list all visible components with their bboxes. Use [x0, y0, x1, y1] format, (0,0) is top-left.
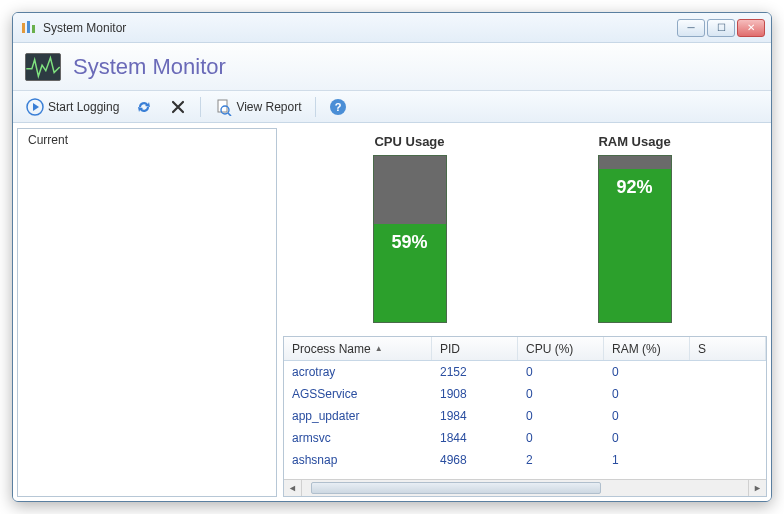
- cpu-gauge: CPU Usage 59%: [373, 134, 447, 324]
- play-icon: [26, 98, 44, 116]
- svg-marker-5: [33, 103, 39, 111]
- cell-ram: 0: [604, 365, 690, 379]
- cell-pid: 1984: [432, 409, 518, 423]
- col-label: RAM (%): [612, 342, 661, 356]
- table-row[interactable]: armsvc184400: [284, 427, 766, 449]
- svg-rect-0: [22, 23, 25, 33]
- gauges-row: CPU Usage 59% RAM Usage 92%: [277, 128, 767, 336]
- view-report-button[interactable]: View Report: [207, 95, 308, 119]
- cell-ram: 0: [604, 431, 690, 445]
- process-table: Process Name ▲ PID CPU (%) RAM (%) S: [283, 336, 767, 497]
- col-label: CPU (%): [526, 342, 573, 356]
- cell-name: armsvc: [284, 431, 432, 445]
- cell-ram: 1: [604, 453, 690, 467]
- refresh-button[interactable]: [128, 95, 160, 119]
- app-title: System Monitor: [73, 54, 226, 80]
- monitor-logo-icon: [25, 53, 61, 81]
- sort-asc-icon: ▲: [375, 344, 383, 353]
- toolbar-separator: [315, 97, 316, 117]
- cpu-bar: 59%: [373, 155, 447, 323]
- col-label: Process Name: [292, 342, 371, 356]
- col-extra[interactable]: S: [690, 337, 766, 360]
- table-body[interactable]: acrotray215200AGSService190800app_update…: [284, 361, 766, 479]
- cell-cpu: 2: [518, 453, 604, 467]
- view-report-label: View Report: [236, 100, 301, 114]
- scroll-left-icon[interactable]: ◄: [284, 480, 301, 496]
- cell-ram: 0: [604, 409, 690, 423]
- cell-pid: 1908: [432, 387, 518, 401]
- cpu-bar-fill: 59%: [374, 224, 446, 322]
- cpu-gauge-label: CPU Usage: [374, 134, 444, 149]
- minimize-button[interactable]: ─: [677, 19, 705, 37]
- cell-cpu: 0: [518, 365, 604, 379]
- cell-ram: 0: [604, 387, 690, 401]
- svg-line-8: [228, 113, 231, 116]
- col-cpu[interactable]: CPU (%): [518, 337, 604, 360]
- close-button[interactable]: ✕: [737, 19, 765, 37]
- table-row[interactable]: AGSService190800: [284, 383, 766, 405]
- col-ram[interactable]: RAM (%): [604, 337, 690, 360]
- cell-pid: 4968: [432, 453, 518, 467]
- window-controls: ─ ☐ ✕: [677, 19, 765, 37]
- col-label: S: [698, 342, 706, 356]
- delete-button[interactable]: [162, 95, 194, 119]
- ram-gauge-label: RAM Usage: [598, 134, 670, 149]
- ram-bar-fill: 92%: [599, 169, 671, 322]
- table-row[interactable]: ashsnap496821: [284, 449, 766, 471]
- main-panel: CPU Usage 59% RAM Usage 92%: [277, 128, 767, 497]
- col-pid[interactable]: PID: [432, 337, 518, 360]
- table-row[interactable]: app_updater198400: [284, 405, 766, 427]
- app-icon: [21, 20, 37, 36]
- start-logging-button[interactable]: Start Logging: [19, 95, 126, 119]
- toolbar: Start Logging View Report ?: [13, 91, 771, 123]
- cell-pid: 1844: [432, 431, 518, 445]
- cell-cpu: 0: [518, 409, 604, 423]
- cell-name: ashsnap: [284, 453, 432, 467]
- ram-gauge: RAM Usage 92%: [598, 134, 672, 324]
- refresh-icon: [135, 98, 153, 116]
- col-process-name[interactable]: Process Name ▲: [284, 337, 432, 360]
- cell-cpu: 0: [518, 387, 604, 401]
- table-row[interactable]: acrotray215200: [284, 361, 766, 383]
- sidebar: Current: [17, 128, 277, 497]
- header-banner: System Monitor: [13, 43, 771, 91]
- help-button[interactable]: ?: [322, 95, 354, 119]
- scroll-thumb[interactable]: [311, 482, 601, 494]
- scroll-right-icon[interactable]: ►: [749, 480, 766, 496]
- svg-rect-2: [32, 25, 35, 33]
- delete-icon: [169, 98, 187, 116]
- cell-name: acrotray: [284, 365, 432, 379]
- cpu-value: 59%: [391, 232, 427, 253]
- sidebar-item-label: Current: [28, 133, 68, 147]
- ram-bar: 92%: [598, 155, 672, 323]
- table-header: Process Name ▲ PID CPU (%) RAM (%) S: [284, 337, 766, 361]
- report-icon: [214, 98, 232, 116]
- ram-value: 92%: [616, 177, 652, 198]
- cell-pid: 2152: [432, 365, 518, 379]
- content-area: Current CPU Usage 59% RAM Usage: [13, 123, 771, 501]
- cell-name: app_updater: [284, 409, 432, 423]
- horizontal-scrollbar[interactable]: ◄ ►: [284, 479, 766, 496]
- titlebar[interactable]: System Monitor ─ ☐ ✕: [13, 13, 771, 43]
- col-label: PID: [440, 342, 460, 356]
- svg-text:?: ?: [334, 101, 341, 113]
- maximize-button[interactable]: ☐: [707, 19, 735, 37]
- sidebar-item-current[interactable]: Current: [18, 129, 276, 151]
- app-window: System Monitor ─ ☐ ✕ System Monitor Star…: [12, 12, 772, 502]
- svg-rect-1: [27, 21, 30, 33]
- cell-cpu: 0: [518, 431, 604, 445]
- cell-name: AGSService: [284, 387, 432, 401]
- window-title: System Monitor: [43, 21, 677, 35]
- help-icon: ?: [329, 98, 347, 116]
- toolbar-separator: [200, 97, 201, 117]
- start-logging-label: Start Logging: [48, 100, 119, 114]
- scroll-track[interactable]: [301, 480, 749, 496]
